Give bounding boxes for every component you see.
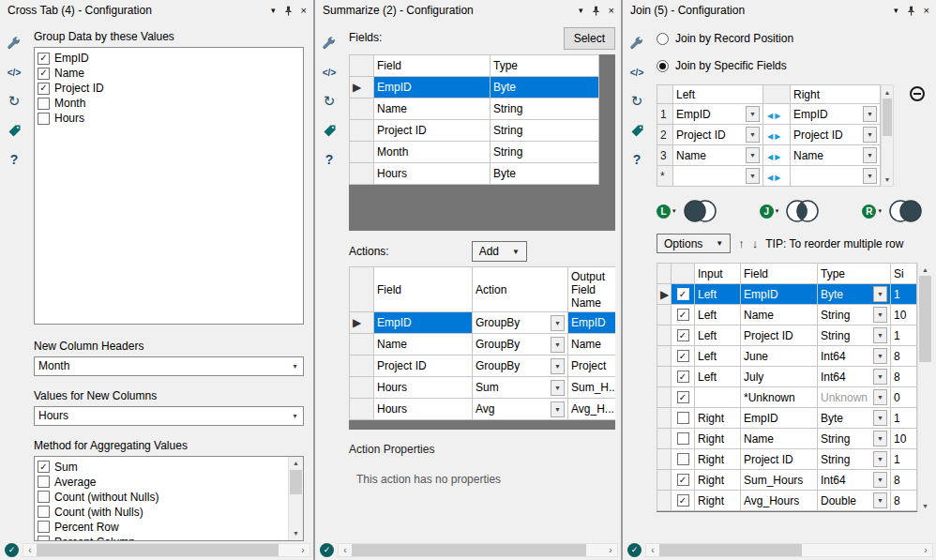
- action-select[interactable]: GroupBy▼: [476, 336, 565, 354]
- type-select[interactable]: Unknown▼: [821, 388, 887, 406]
- field-cell[interactable]: Name: [374, 334, 473, 356]
- type-cell[interactable]: Byte: [491, 163, 599, 185]
- field-cell[interactable]: Hours: [374, 399, 473, 420]
- field-cell[interactable]: Month: [374, 142, 491, 163]
- action-select[interactable]: GroupBy▼: [476, 357, 565, 375]
- scroll-thumb[interactable]: [883, 98, 892, 136]
- join-by-specific-fields-option[interactable]: Join by Specific Fields: [657, 55, 932, 76]
- type-select[interactable]: String▼: [821, 306, 887, 324]
- row-selector[interactable]: [657, 429, 672, 449]
- include-field-cell[interactable]: ✓: [672, 325, 695, 346]
- radio-button-selected[interactable]: [657, 60, 669, 72]
- chevron-down-icon[interactable]: ▼: [551, 315, 565, 331]
- new-column-headers-select[interactable]: Month ▾: [34, 356, 304, 376]
- checkbox-unchecked[interactable]: [677, 412, 689, 424]
- checkbox-unchecked[interactable]: [38, 113, 50, 125]
- field-cell[interactable]: Project ID: [374, 120, 491, 142]
- pin-icon[interactable]: [591, 6, 601, 16]
- row-selector[interactable]: [657, 346, 672, 367]
- checkbox-unchecked[interactable]: [677, 432, 689, 445]
- scroll-left-icon[interactable]: ‹: [646, 544, 659, 556]
- row-selector[interactable]: [350, 98, 374, 120]
- table-row[interactable]: ✓RightAvg_HoursDouble▼8: [657, 491, 917, 511]
- metadata-code-icon[interactable]: </>: [5, 63, 23, 82]
- method-list[interactable]: ✓SumAverageCount (without Nulls)Count (w…: [34, 456, 304, 541]
- type-select[interactable]: Double▼: [821, 492, 887, 509]
- checkbox-unchecked[interactable]: [38, 476, 50, 488]
- metadata-code-icon[interactable]: </>: [627, 63, 646, 82]
- list-item[interactable]: ✓EmpID: [38, 51, 286, 66]
- close-icon[interactable]: ×: [301, 6, 307, 16]
- chevron-down-icon[interactable]: ▼: [746, 127, 760, 143]
- output-field-cell[interactable]: Sum_H...: [568, 377, 616, 399]
- values-for-new-columns-select[interactable]: Hours ▾: [34, 406, 304, 426]
- refresh-icon[interactable]: ↻: [320, 92, 339, 111]
- type-select[interactable]: Byte▼: [821, 285, 887, 303]
- table-row[interactable]: NameGroupBy▼Name: [350, 334, 616, 356]
- scroll-down-icon[interactable]: ▼: [882, 173, 893, 186]
- action-select[interactable]: GroupBy▼: [476, 314, 565, 332]
- type-select[interactable]: String▼: [821, 430, 887, 447]
- scroll-right-icon[interactable]: ›: [296, 544, 309, 556]
- right-output-anchor[interactable]: R ▾: [862, 198, 927, 224]
- left-field-select[interactable]: Project ID▼: [676, 126, 760, 144]
- field-cell[interactable]: Project ID: [374, 356, 473, 377]
- options-button[interactable]: Options ▼: [657, 234, 731, 253]
- scroll-track[interactable]: [918, 276, 932, 499]
- refresh-icon[interactable]: ↻: [5, 92, 23, 111]
- list-item[interactable]: Count (without Nulls): [38, 490, 286, 505]
- chevron-down-icon[interactable]: ▼: [873, 307, 887, 323]
- chevron-down-icon[interactable]: ▼: [873, 492, 887, 508]
- left-field-select[interactable]: EmpID▼: [676, 105, 760, 123]
- chevron-down-icon[interactable]: ▼: [551, 358, 565, 374]
- output-field-cell[interactable]: Avg_H...: [568, 399, 616, 420]
- table-row[interactable]: Project IDGroupBy▼Project: [350, 356, 616, 377]
- help-icon[interactable]: ?: [627, 150, 646, 169]
- scroll-thumb[interactable]: [352, 544, 586, 556]
- row-selector[interactable]: [350, 120, 374, 142]
- scroll-track[interactable]: [659, 544, 919, 556]
- field-cell[interactable]: Name: [374, 98, 491, 120]
- scroll-right-icon[interactable]: ›: [919, 544, 932, 556]
- checkbox-unchecked[interactable]: [38, 506, 50, 518]
- checkbox-unchecked[interactable]: [38, 521, 50, 533]
- list-item[interactable]: Hours: [38, 111, 286, 126]
- left-field-select[interactable]: ▼: [676, 167, 760, 185]
- help-icon[interactable]: ?: [320, 150, 339, 169]
- row-selector[interactable]: [350, 334, 374, 356]
- table-row[interactable]: HoursAvg▼Avg_H...: [350, 399, 616, 420]
- row-selector[interactable]: ▶: [350, 77, 374, 98]
- help-icon[interactable]: ?: [5, 150, 23, 169]
- type-select[interactable]: Int64▼: [821, 368, 887, 386]
- scroll-up-icon[interactable]: ▲: [289, 457, 303, 470]
- checkbox-unchecked[interactable]: [38, 491, 50, 503]
- checkbox-checked[interactable]: ✓: [38, 68, 50, 80]
- list-item[interactable]: ✓Project ID: [38, 81, 286, 96]
- list-item[interactable]: Count (with Nulls): [38, 505, 286, 520]
- chevron-down-icon[interactable]: ▼: [873, 472, 887, 488]
- join-grid-scrollbar[interactable]: ▲ ▼: [881, 84, 894, 187]
- join-row[interactable]: *▼◀▶▼: [657, 166, 881, 187]
- output-field-cell[interactable]: EmpID: [568, 312, 616, 334]
- field-cell[interactable]: Hours: [374, 377, 473, 399]
- chevron-down-icon[interactable]: ▼: [746, 106, 760, 122]
- row-selector[interactable]: ▶: [657, 284, 672, 305]
- scroll-down-icon[interactable]: ▼: [289, 527, 303, 540]
- table-row[interactable]: RightEmpIDByte▼1: [657, 408, 917, 429]
- row-selector[interactable]: [657, 305, 672, 325]
- list-item[interactable]: Average: [38, 475, 286, 490]
- inner-join-anchor[interactable]: J ▾: [760, 198, 824, 224]
- type-select[interactable]: String▼: [821, 326, 887, 344]
- row-selector[interactable]: [350, 399, 374, 420]
- checkbox-unchecked[interactable]: [677, 453, 689, 465]
- checkbox-checked[interactable]: ✓: [38, 53, 50, 65]
- panel-menu-icon[interactable]: ▾: [271, 7, 276, 15]
- scroll-left-icon[interactable]: ‹: [23, 544, 37, 556]
- refresh-icon[interactable]: ↻: [627, 92, 646, 111]
- table-row[interactable]: RightNameString▼10: [657, 429, 917, 449]
- row-selector[interactable]: [657, 367, 672, 387]
- scroll-right-icon[interactable]: ›: [604, 544, 617, 556]
- panel-menu-icon[interactable]: ▾: [894, 7, 898, 15]
- chevron-down-icon[interactable]: ▼: [863, 127, 877, 143]
- chevron-down-icon[interactable]: ▼: [873, 327, 887, 343]
